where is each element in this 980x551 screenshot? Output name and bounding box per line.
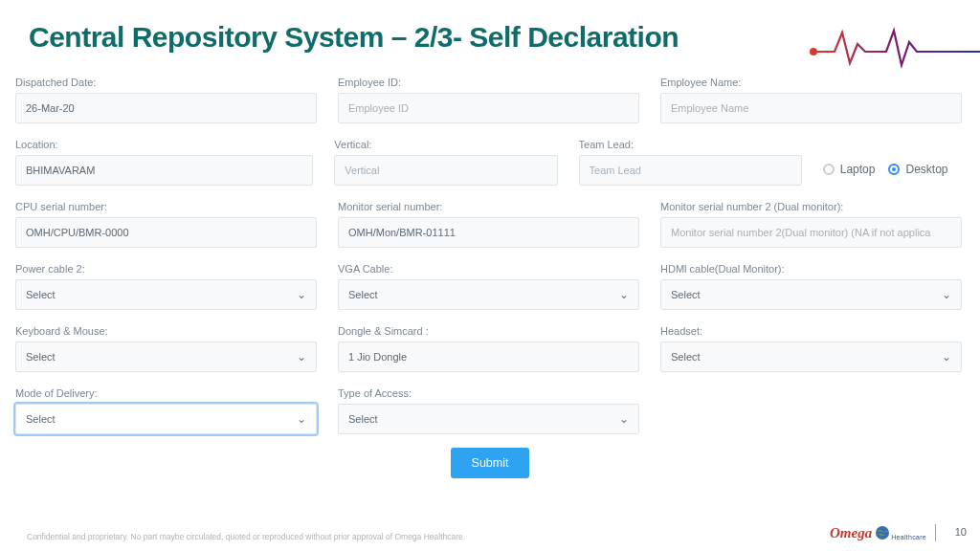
device-type-desktop-radio[interactable]: Desktop: [888, 163, 947, 176]
hdmi-cable-select[interactable]: Select ⌄: [660, 279, 962, 310]
radio-icon: [888, 164, 900, 175]
mode-delivery-value: Select: [26, 413, 56, 425]
keyboard-mouse-select[interactable]: Select ⌄: [15, 342, 317, 372]
monitor-serial2-input[interactable]: Monitor serial number 2(Dual monitor) (N…: [660, 217, 962, 248]
hdmi-cable-label: HDMl cable(Dual Monitor):: [660, 263, 962, 275]
mode-delivery-label: Mode of Delivery:: [15, 387, 317, 399]
power-cable2-value: Select: [26, 289, 56, 300]
type-access-select[interactable]: Select ⌄: [338, 404, 639, 434]
monitor-serial2-label: Monitor serial number 2 (Dual monitor):: [660, 201, 962, 212]
monitor-serial-input[interactable]: OMH/Mon/BMR-01111: [338, 217, 639, 248]
monitor-serial-label: Monitor serial number:: [338, 201, 639, 212]
employee-id-label: Employee ID:: [338, 77, 639, 88]
brand-sub: Healthcare: [891, 534, 926, 540]
type-access-label: Type of Access:: [338, 387, 639, 399]
device-type-desktop-label: Desktop: [905, 163, 947, 176]
cpu-serial-label: CPU serial number:: [15, 201, 317, 212]
team-lead-input[interactable]: Team Lead: [579, 155, 802, 186]
dongle-sim-input[interactable]: 1 Jio Dongle: [338, 342, 639, 372]
power-cable2-label: Power cable 2:: [15, 263, 317, 275]
globe-icon: [875, 525, 890, 540]
hdmi-cable-value: Select: [671, 289, 701, 300]
ecg-icon: [808, 21, 980, 69]
chevron-down-icon: ⌄: [619, 412, 629, 426]
dongle-sim-label: Dongle & Simcard :: [338, 325, 639, 337]
keyboard-mouse-value: Select: [26, 351, 56, 363]
vertical-label: Vertical:: [334, 139, 557, 150]
device-type-laptop-label: Laptop: [840, 163, 876, 176]
self-declaration-form: Dispatched Date: 26-Mar-20 Employee ID: …: [15, 67, 965, 478]
submit-button[interactable]: Submit: [451, 448, 530, 478]
device-type-laptop-radio[interactable]: Laptop: [823, 163, 876, 176]
page-number: 10: [955, 526, 967, 538]
chevron-down-icon: ⌄: [297, 288, 306, 301]
chevron-down-icon: ⌄: [942, 288, 951, 301]
vga-cable-label: VGA Cable:: [338, 263, 639, 275]
headset-select[interactable]: Select ⌄: [660, 342, 962, 372]
chevron-down-icon: ⌄: [297, 412, 306, 426]
headset-value: Select: [671, 351, 701, 363]
mode-delivery-select[interactable]: Select ⌄: [15, 404, 317, 434]
location-input[interactable]: BHIMAVARAM: [15, 155, 313, 186]
vga-cable-value: Select: [348, 289, 378, 300]
brand-logo: Omega Healthcare: [830, 524, 944, 541]
dispatched-date-input[interactable]: 26-Mar-20: [15, 93, 317, 123]
location-label: Location:: [15, 139, 313, 150]
cpu-serial-input[interactable]: OMH/CPU/BMR-0000: [15, 217, 317, 248]
employee-id-input[interactable]: Employee ID: [338, 93, 639, 123]
employee-name-label: Employee Name:: [660, 77, 962, 88]
chevron-down-icon: ⌄: [942, 350, 951, 364]
footer-disclaimer: Confidential and proprietary. No part ma…: [27, 532, 465, 541]
chevron-down-icon: ⌄: [297, 350, 306, 364]
vertical-input[interactable]: Vertical: [334, 155, 557, 186]
chevron-down-icon: ⌄: [619, 288, 629, 301]
keyboard-mouse-label: Keyboard & Mouse:: [15, 325, 317, 337]
dispatched-date-label: Dispatched Date:: [15, 77, 317, 88]
type-access-value: Select: [348, 413, 378, 425]
brand-name: Omega: [830, 525, 872, 541]
employee-name-input[interactable]: Employee Name: [660, 93, 962, 123]
separator-icon: [935, 524, 936, 541]
team-lead-label: Team Lead:: [579, 139, 802, 150]
headset-label: Headset:: [660, 325, 962, 337]
device-type-radio-group: Laptop Desktop: [823, 154, 965, 185]
radio-icon: [823, 164, 835, 175]
vga-cable-select[interactable]: Select ⌄: [338, 279, 639, 310]
power-cable2-select[interactable]: Select ⌄: [15, 279, 317, 310]
svg-point-1: [876, 526, 889, 540]
